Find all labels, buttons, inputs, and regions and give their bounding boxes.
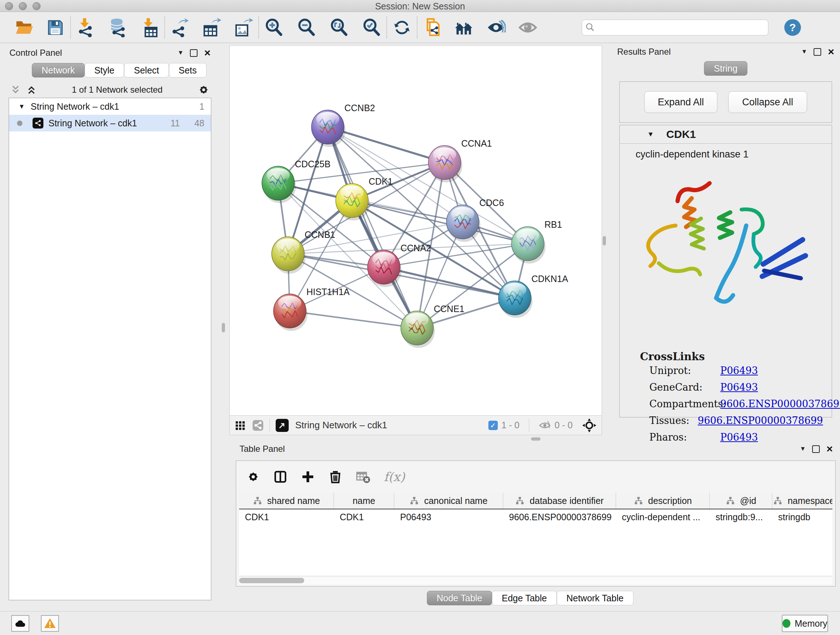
tab-style[interactable]: Style bbox=[85, 63, 125, 78]
network-edge[interactable] bbox=[328, 127, 417, 328]
warning-icon[interactable] bbox=[41, 615, 59, 632]
close-panel-icon[interactable]: × bbox=[828, 48, 834, 55]
column-header-name[interactable]: name bbox=[334, 493, 394, 509]
tab-sets[interactable]: Sets bbox=[169, 63, 207, 78]
crosslink-link[interactable]: P06493 bbox=[720, 382, 758, 398]
tab-string[interactable]: String bbox=[704, 61, 747, 76]
help-icon[interactable]: ? bbox=[784, 19, 801, 36]
grid-view-icon[interactable] bbox=[235, 420, 246, 431]
export-table-icon[interactable] bbox=[201, 17, 222, 38]
network-edge[interactable] bbox=[384, 267, 515, 298]
import-network-file-icon[interactable] bbox=[75, 17, 96, 38]
column-header-id[interactable]: @id bbox=[710, 493, 772, 509]
network-canvas[interactable]: CCNB2CCNA1CDC25BCDK1CDC6RB1CCNB1CCNA2CDK… bbox=[230, 46, 602, 415]
hidden-eye-slash-icon bbox=[538, 419, 551, 432]
cloud-icon[interactable] bbox=[11, 615, 29, 632]
network-edge[interactable] bbox=[290, 311, 417, 328]
cell-namespace[interactable]: stringdb bbox=[772, 512, 832, 523]
crosslink-link[interactable]: 9606.ENSP00000378699 bbox=[720, 398, 840, 415]
close-panel-icon[interactable]: × bbox=[826, 445, 833, 453]
crosslink-link[interactable]: 9606.ENSP00000378699 bbox=[698, 415, 823, 432]
cell-description[interactable]: cyclin-dependent ... bbox=[616, 512, 710, 523]
splitter-handle[interactable] bbox=[222, 323, 225, 333]
add-column-icon[interactable] bbox=[301, 470, 315, 484]
expander-icon[interactable]: ▼ bbox=[19, 103, 25, 111]
show-columns-icon[interactable] bbox=[273, 470, 287, 484]
tab-network[interactable]: Network bbox=[32, 63, 85, 78]
open-in-browser-icon[interactable] bbox=[276, 419, 289, 432]
network-node[interactable]: CCNE1 bbox=[401, 304, 464, 348]
panel-menu-icon[interactable]: ▼ bbox=[178, 49, 184, 57]
network-node[interactable]: CCNB1 bbox=[272, 230, 335, 274]
zoom-out-icon[interactable] bbox=[296, 17, 317, 38]
selected-checkbox-icon[interactable]: ✓ bbox=[488, 421, 498, 430]
panel-menu-icon[interactable]: ▼ bbox=[801, 48, 807, 55]
houses-icon[interactable] bbox=[454, 17, 475, 38]
tab-node-table[interactable]: Node Table bbox=[427, 591, 492, 605]
expand-all-icon[interactable] bbox=[26, 84, 37, 95]
column-header-description[interactable]: description bbox=[616, 493, 710, 509]
network-node[interactable]: RB1 bbox=[512, 219, 562, 264]
crosslink-link[interactable]: P06493 bbox=[720, 365, 758, 382]
panel-menu-icon[interactable]: ▼ bbox=[800, 445, 806, 453]
apply-layout-icon[interactable] bbox=[392, 17, 412, 38]
network-node[interactable]: HIST1H1A bbox=[273, 287, 350, 331]
cell-id[interactable]: stringdb:9... bbox=[710, 512, 772, 523]
import-network-database-icon[interactable] bbox=[107, 17, 128, 38]
results-panel-title: Results Panel bbox=[617, 47, 671, 57]
splitter-handle[interactable] bbox=[603, 236, 606, 245]
column-header-namespace[interactable]: namespace bbox=[772, 493, 832, 509]
column-header-database-identifier[interactable]: database identifier bbox=[503, 493, 616, 509]
float-panel-icon[interactable] bbox=[812, 445, 820, 453]
tab-edge-table[interactable]: Edge Table bbox=[492, 591, 557, 605]
collapse-all-button[interactable]: Collapse All bbox=[728, 91, 807, 113]
gene-section-header[interactable]: ▼ CDK1 bbox=[620, 125, 832, 144]
zoom-selected-icon[interactable] bbox=[361, 17, 382, 38]
collapse-section-icon[interactable]: ▼ bbox=[647, 130, 654, 138]
float-panel-icon[interactable] bbox=[190, 49, 197, 57]
search-input[interactable] bbox=[582, 19, 768, 35]
cell-shared-name[interactable]: CDK1 bbox=[239, 512, 334, 523]
export-network-icon[interactable] bbox=[169, 17, 190, 38]
column-header-canonical-name[interactable]: canonical name bbox=[394, 493, 503, 509]
network-row[interactable]: String Network – cdk1 11 48 bbox=[9, 115, 211, 131]
close-panel-icon[interactable]: × bbox=[204, 49, 210, 57]
column-header-shared-name[interactable]: shared name bbox=[239, 493, 334, 509]
eye-icon[interactable] bbox=[517, 17, 538, 38]
zoom-in-icon[interactable] bbox=[264, 17, 284, 38]
eye-slash-icon[interactable] bbox=[485, 17, 507, 38]
tab-select[interactable]: Select bbox=[124, 63, 169, 78]
cell-database-identifier[interactable]: 9606.ENSP00000378699 bbox=[503, 512, 616, 523]
network-collection-row[interactable]: ▼ String Network – cdk1 1 bbox=[9, 98, 211, 115]
network-column-icon bbox=[253, 496, 262, 505]
expand-all-button[interactable]: Expand All bbox=[644, 91, 717, 113]
save-session-icon[interactable] bbox=[45, 17, 66, 38]
import-table-file-icon[interactable] bbox=[139, 17, 160, 38]
function-builder-icon[interactable]: f(x) bbox=[384, 470, 405, 484]
gear-icon[interactable] bbox=[246, 470, 260, 484]
table-row[interactable]: CDK1 CDK1 P06493 9606.ENSP00000378699 cy… bbox=[239, 509, 832, 524]
tab-network-table[interactable]: Network Table bbox=[557, 591, 633, 605]
horizontal-scrollbar[interactable] bbox=[239, 576, 832, 585]
network-node[interactable]: CCNA1 bbox=[428, 138, 492, 182]
splitter-handle[interactable] bbox=[531, 437, 540, 440]
network-node[interactable]: CDKN1A bbox=[499, 274, 568, 318]
float-panel-icon[interactable] bbox=[813, 48, 821, 56]
delete-table-icon[interactable] bbox=[355, 469, 371, 485]
pan-crosshair-icon[interactable] bbox=[582, 418, 597, 432]
memory-button[interactable]: Memory bbox=[782, 615, 828, 632]
scrollbar-thumb[interactable] bbox=[239, 578, 304, 583]
cell-name[interactable]: CDK1 bbox=[334, 512, 394, 523]
open-session-icon[interactable] bbox=[14, 17, 35, 38]
export-image-icon[interactable] bbox=[233, 17, 254, 38]
network-view-icon[interactable] bbox=[252, 420, 264, 431]
network-node[interactable]: CDK1 bbox=[336, 176, 393, 220]
delete-column-icon[interactable] bbox=[328, 470, 343, 484]
collapse-all-icon[interactable] bbox=[10, 84, 21, 95]
crosslink-row: Tissues: 9606.ENSP00000378699 bbox=[649, 415, 823, 432]
zoom-fit-icon[interactable] bbox=[328, 17, 349, 38]
duplicate-network-icon[interactable] bbox=[422, 17, 443, 38]
gear-icon[interactable] bbox=[197, 84, 210, 96]
network-node[interactable]: CCNB2 bbox=[311, 103, 375, 147]
cell-canonical-name[interactable]: P06493 bbox=[394, 512, 503, 523]
